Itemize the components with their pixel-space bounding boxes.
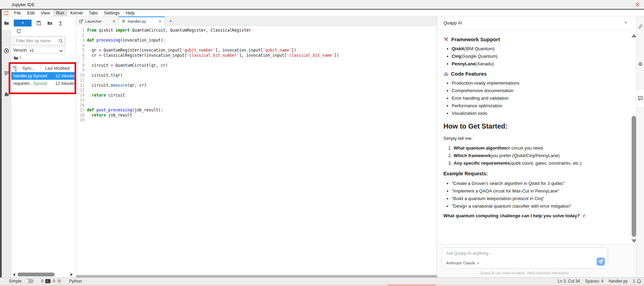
cursor-position[interactable]: Ln 3, Col 34 [558, 279, 580, 284]
line-number: 3 [76, 38, 84, 43]
line-number: 4 [76, 43, 84, 48]
refresh-icon[interactable] [16, 29, 21, 34]
column-last-modified[interactable]: Last Modified [45, 66, 76, 71]
version-select[interactable]: v1 [26, 47, 65, 54]
closing-question: What quantum computing challenge can I h… [443, 213, 628, 218]
feature-item: Performance optimization [447, 103, 628, 108]
tools-icon [443, 37, 449, 42]
tab-handler-py[interactable]: handler.py [119, 16, 165, 26]
toggle-knob [25, 279, 29, 283]
file-filter-input[interactable] [16, 38, 58, 44]
model-selector[interactable]: Anthropic Claude [446, 261, 479, 265]
bar-chart-icon [443, 71, 449, 76]
code-line: cr = ClassicalRegister(invocation_input[… [87, 53, 339, 58]
column-sync[interactable]: Sync... [22, 66, 35, 71]
chat-bubble-icon[interactable] [638, 96, 643, 101]
menu-help[interactable]: Help [123, 10, 138, 16]
active-filename: handler.py [609, 279, 628, 284]
menu-run[interactable]: Run [53, 10, 67, 16]
ai-prompt-input[interactable] [446, 251, 590, 256]
rocket-icon [581, 213, 586, 218]
features-list: Production-ready implementationsComprehe… [443, 81, 628, 116]
line-number: 1 [76, 28, 84, 33]
editor-bottom-scrollbar[interactable] [76, 275, 437, 277]
column-name[interactable]: N... [13, 65, 20, 70]
extensions-puzzle-icon[interactable] [4, 91, 9, 97]
send-button[interactable] [597, 257, 605, 266]
feature-item: Error handling and validation [447, 96, 628, 100]
menu-settings[interactable]: Settings [101, 10, 123, 16]
scroll-left-icon[interactable] [13, 273, 15, 276]
simple-mode-toggle[interactable] [24, 279, 34, 283]
file-filter-box [13, 36, 65, 45]
scrollbar-thumb[interactable] [18, 273, 55, 276]
menu-file[interactable]: File [11, 10, 24, 16]
menu-tabs[interactable]: Tabs [86, 10, 101, 16]
save-icon[interactable] [36, 20, 42, 26]
debugger-bug-icon[interactable] [638, 61, 643, 66]
menu-kernel[interactable]: Kernel [67, 10, 86, 16]
notifications[interactable]: 1 [633, 279, 641, 284]
terminal-icon[interactable]: s_ [45, 279, 50, 283]
editor-area: Launcher handler.py + 123456789101112131… [76, 16, 437, 277]
steps-list: 1.What quantum algorithm or circuit you … [445, 146, 628, 165]
new-launcher-button[interactable]: + [14, 20, 32, 26]
code-line: circuit.h(qr) [87, 73, 339, 78]
right-sidebar-strip [636, 16, 644, 277]
property-inspector-gears-icon[interactable] [638, 24, 643, 29]
file-row[interactable]: requirem...Synced12 minutes ago [11, 80, 76, 87]
line-number: 8 [76, 63, 84, 68]
file-table-header: N... Sync... Last Modified [11, 63, 76, 72]
new-chat-button[interactable]: + [623, 19, 629, 25]
examples-list: "Create a Grover's search algorithm in Q… [443, 181, 628, 208]
code-line [87, 68, 339, 73]
chevron-down-icon [59, 49, 63, 52]
scroll-right-icon[interactable] [70, 273, 73, 276]
new-tab-button[interactable]: + [168, 18, 174, 24]
running-kernels-icon[interactable] [4, 48, 9, 54]
kernel-language[interactable]: Python [69, 279, 82, 284]
step-item: 2.Which framework you prefer (Qiskit/Cir… [448, 153, 628, 158]
simply-tell-me: Simply tell me: [443, 136, 628, 141]
menu-view[interactable]: View [38, 10, 53, 16]
window-close-icon[interactable] [634, 1, 641, 8]
terminal-count: 0 [41, 279, 44, 284]
breadcrumb[interactable]: / [14, 55, 21, 60]
file-name: requirem... [13, 81, 33, 86]
line-number: 16 [76, 103, 84, 108]
code-line [87, 33, 339, 38]
code-editor[interactable]: 12345678910111213141516171819 from qiski… [76, 28, 437, 275]
bullet-icon [447, 63, 448, 65]
indent-setting[interactable]: Spaces: 4 [585, 279, 603, 284]
table-of-contents-icon[interactable] [4, 70, 9, 76]
code-line [87, 118, 339, 123]
tab-launcher[interactable]: Launcher [76, 16, 119, 26]
menu-edit[interactable]: Edit [24, 10, 38, 16]
line-number: 17 [76, 108, 84, 113]
upload-icon[interactable] [58, 20, 63, 26]
example-item: "Create a Grover's search algorithm in Q… [447, 181, 628, 186]
framework-item: Cirq (Google Quantum) [447, 54, 628, 58]
ai-scrollbar-thumb[interactable] [632, 116, 636, 237]
new-folder-icon[interactable] [47, 20, 53, 26]
code-features-heading: Code Features [443, 71, 628, 77]
code-line: return circuit [87, 93, 339, 98]
chevron-down-icon [476, 262, 479, 264]
version-row: Version: v1 [13, 47, 76, 54]
file-row[interactable]: handler.pySynced12 minutes ago [11, 72, 76, 80]
file-browser-icon[interactable] [4, 20, 9, 26]
code-line: qr = QuantumRegister(invocation_input['q… [87, 48, 339, 53]
close-icon[interactable] [158, 20, 162, 23]
close-icon[interactable] [112, 20, 116, 23]
line-number: 6 [76, 53, 84, 58]
sort-ascending-icon [14, 69, 17, 71]
code-line: circuit = QuantumCircuit(qr, cr) [87, 63, 339, 68]
statusbar-right: Ln 3, Col 34 Spaces: 4 handler.py 1 [558, 278, 641, 284]
ai-chat-content: Framework Support Qiskit (IBM Quantum)Ci… [443, 32, 628, 218]
example-item: "Design a variational quantum classifier… [447, 204, 628, 208]
kernel-icon[interactable] [57, 279, 61, 283]
file-browser-panel: + Version: v1 [11, 16, 76, 277]
framework-item: Qiskit (IBM Quantum) [447, 46, 628, 51]
quapp-ai-panel: Quapp AI + Framework Support Qiskit (IBM… [437, 16, 636, 277]
menu-items: FileEditViewRunKernelTabsSettingsHelp [11, 10, 138, 16]
